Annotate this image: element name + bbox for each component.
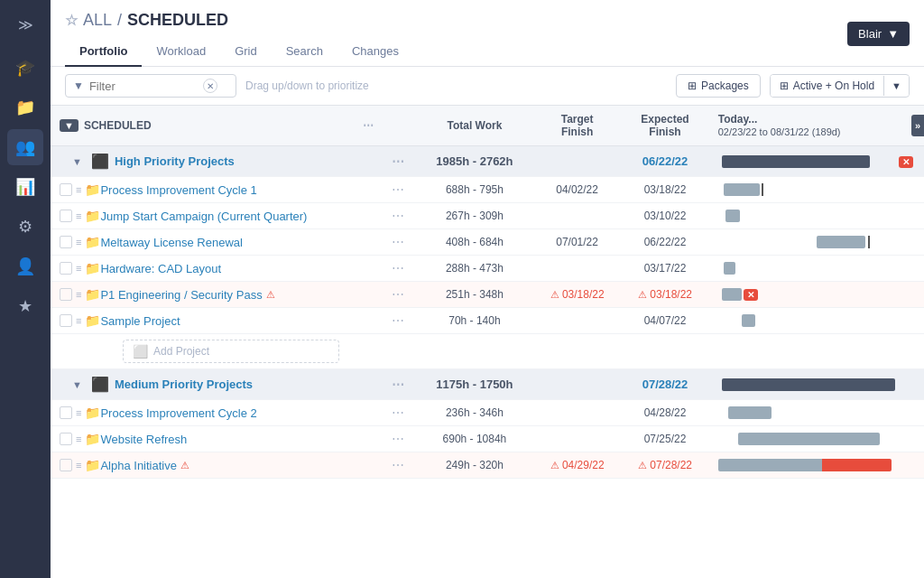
active-hold-dropdown-arrow[interactable]: ▼ (883, 76, 909, 96)
checkbox-mlr[interactable] (60, 236, 72, 248)
tab-workload[interactable]: Workload (142, 37, 220, 67)
checkbox-pic1[interactable] (60, 183, 72, 196)
header: ☆ ALL / SCHEDULED Portfolio Workload Gri… (51, 0, 924, 67)
add-project-label: Add Project (153, 345, 209, 358)
dots-pic2[interactable]: ⋯ (383, 400, 416, 426)
sidebar-item-profile[interactable]: 👤 (7, 248, 43, 284)
col-header-today: Today... 02/23/22 to 08/31/22 (189d) » (709, 106, 924, 146)
project-link-ai[interactable]: Alpha Initiative (100, 459, 177, 472)
sidebar-item-chart[interactable]: 📊 (7, 169, 43, 205)
bar-sp (742, 314, 755, 327)
expected-hcl: 03/17/22 (621, 256, 708, 282)
col-header-expected: ExpectedFinish (621, 106, 708, 146)
sidebar-item-people[interactable]: 👥 (7, 129, 43, 165)
filter-input[interactable] (89, 79, 198, 93)
project-name-cell-sp: ≡ 📁 Sample Project (51, 308, 383, 334)
bar-pic2 (728, 406, 772, 419)
list-item: ≡ 📁 Website Refresh ⋯ 690h - 1084h 07/25… (51, 426, 924, 452)
user-menu-button[interactable]: Blair ▼ (847, 22, 910, 46)
gantt-hcl (709, 256, 924, 282)
list-item: ≡ 📁 Alpha Initiative ⚠ ⋯ 249h - 320h ⚠ 0… (51, 452, 924, 479)
group-name-medium[interactable]: Medium Priority Projects (115, 378, 253, 391)
folder-icon-jsc: 📁 (85, 209, 100, 223)
project-link-pic2[interactable]: Process Improvement Cycle 2 (100, 406, 256, 420)
active-hold-button[interactable]: ⊞ Active + On Hold (771, 75, 883, 97)
column-options-icon[interactable]: ⋯ (363, 119, 374, 132)
bar-ai (718, 459, 892, 471)
table-container: ▼ SCHEDULED ⋯ Total Work TargetFinish Ex… (51, 106, 924, 578)
group-collapse-medium[interactable]: ▼ (72, 379, 82, 390)
group-collapse-high[interactable]: ▼ (72, 156, 82, 167)
dots-p1[interactable]: ⋯ (383, 282, 416, 308)
list-icon-hcl: ≡ (76, 263, 81, 274)
checkbox-p1[interactable] (60, 288, 72, 301)
group-dots-high[interactable]: ⋯ (383, 146, 416, 177)
clear-filter-button[interactable]: ✕ (203, 79, 217, 93)
tab-search[interactable]: Search (272, 37, 337, 67)
project-link-jsc[interactable]: Jump Start Campaign (Current Quarter) (100, 210, 307, 223)
project-link-sp[interactable]: Sample Project (100, 314, 180, 328)
project-name-cell-wr: ≡ 📁 Website Refresh (51, 426, 383, 452)
folder-icon-hcl: 📁 (85, 261, 100, 275)
add-project-input[interactable]: ⬜ Add Project (123, 340, 339, 363)
table-header: ▼ SCHEDULED ⋯ Total Work TargetFinish Ex… (51, 106, 924, 146)
bar-divider-pic1 (762, 183, 763, 196)
sidebar-item-learn[interactable]: 🎓 (7, 50, 43, 86)
dots-wr[interactable]: ⋯ (383, 426, 416, 452)
packages-label: Packages (701, 79, 749, 92)
project-name-cell-jsc: ≡ 📁 Jump Start Campaign (Current Quarter… (51, 203, 383, 229)
bar-mlr (817, 236, 866, 248)
dots-pic1[interactable]: ⋯ (383, 177, 416, 203)
checkbox-jsc[interactable] (60, 210, 72, 222)
expected-jsc: 03/10/22 (621, 203, 708, 229)
dots-mlr[interactable]: ⋯ (383, 229, 416, 256)
tab-grid[interactable]: Grid (220, 37, 272, 67)
sidebar-item-folder[interactable]: 📁 (7, 89, 43, 126)
project-link-mlr[interactable]: Meltaway License Renewal (100, 236, 243, 249)
group-work-medium: 1175h - 1750h (416, 369, 533, 400)
folder-icon-ai: 📁 (85, 458, 100, 472)
breadcrumb-sep: / (117, 11, 122, 30)
sidebar-collapse-button[interactable]: ≫ (11, 9, 41, 41)
project-name-cell-pic1: ≡ 📁 Process Improvement Cycle 1 (51, 177, 383, 203)
gantt-sp (709, 308, 924, 334)
breadcrumb: ☆ ALL / SCHEDULED (65, 11, 413, 30)
dots-hcl[interactable]: ⋯ (383, 256, 416, 282)
project-link-hcl[interactable]: Hardware: CAD Layout (100, 262, 221, 275)
target-pic2 (533, 400, 621, 426)
checkbox-pic2[interactable] (60, 406, 72, 419)
tab-portfolio[interactable]: Portfolio (65, 37, 142, 67)
list-icon-ai: ≡ (76, 460, 81, 471)
col-header-dots (383, 106, 416, 146)
group-name-high[interactable]: High Priority Projects (115, 154, 235, 168)
group-dots-medium[interactable]: ⋯ (383, 369, 416, 400)
project-link-p1[interactable]: P1 Engineering / Security Pass (100, 288, 262, 302)
folder-icon-wr: 📁 (85, 432, 100, 446)
expected-pic2: 04/28/22 (621, 400, 708, 426)
project-name-cell-ai: ≡ 📁 Alpha Initiative ⚠ (51, 452, 383, 479)
add-project-row: ⬜ Add Project (51, 334, 924, 369)
checkbox-ai[interactable] (60, 459, 72, 471)
dots-sp[interactable]: ⋯ (383, 308, 416, 334)
gantt-collapse-button[interactable]: » (911, 115, 924, 136)
dots-ai[interactable]: ⋯ (383, 452, 416, 479)
checkbox-hcl[interactable] (60, 262, 72, 275)
sidebar-item-settings[interactable]: ⚙ (7, 209, 43, 245)
target-hcl (533, 256, 621, 282)
expected-pic1: 03/18/22 (621, 177, 708, 203)
list-item: ≡ 📁 Meltaway License Renewal ⋯ 408h - 68… (51, 229, 924, 256)
packages-icon: ⊞ (688, 79, 697, 92)
sidebar-item-favorites[interactable]: ★ (7, 288, 43, 324)
group-gantt-high: ✕ (709, 146, 924, 177)
project-link-pic1[interactable]: Process Improvement Cycle 1 (100, 183, 256, 197)
user-name: Blair (858, 27, 882, 41)
star-icon[interactable]: ☆ (65, 12, 78, 29)
dots-jsc[interactable]: ⋯ (383, 203, 416, 229)
checkbox-sp[interactable] (60, 314, 72, 327)
collapse-all-button[interactable]: ▼ (60, 119, 79, 132)
tab-changes[interactable]: Changes (337, 37, 413, 67)
project-link-wr[interactable]: Website Refresh (100, 433, 187, 446)
checkbox-wr[interactable] (60, 433, 72, 445)
packages-button[interactable]: ⊞ Packages (676, 74, 761, 98)
list-item: ≡ 📁 Process Improvement Cycle 1 ⋯ 688h -… (51, 177, 924, 203)
